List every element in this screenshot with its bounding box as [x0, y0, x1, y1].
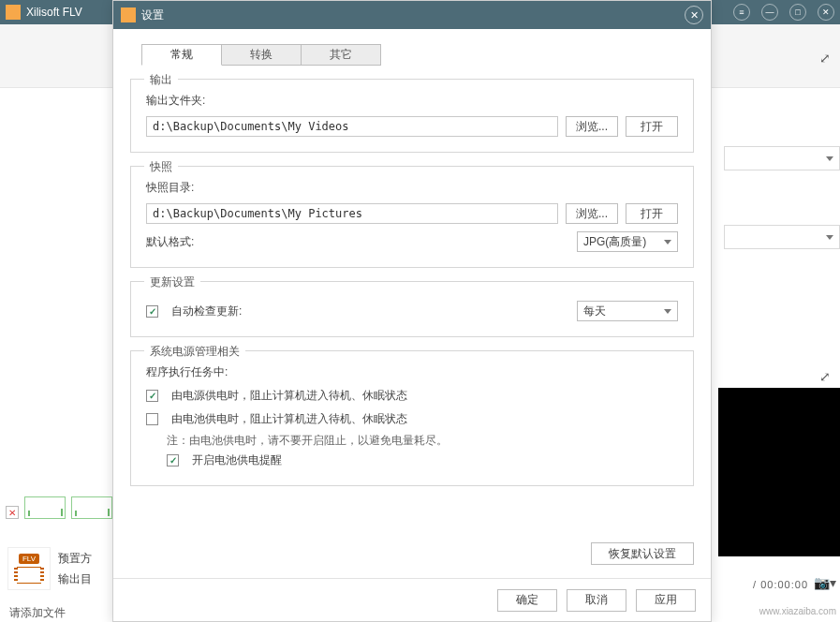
auto-check-checkbox[interactable] [146, 305, 158, 318]
tab-other[interactable]: 其它 [301, 44, 381, 66]
expand-icon[interactable]: ⤢ [819, 51, 831, 66]
camera-icon[interactable]: 📷▾ [814, 575, 836, 590]
auto-check-label: 自动检查更新: [171, 304, 242, 319]
dialog-close-button[interactable]: ✕ [685, 6, 703, 24]
cancel-button[interactable]: 取消 [567, 589, 626, 612]
restore-defaults-button[interactable]: 恢复默认设置 [591, 542, 694, 565]
tab-convert[interactable]: 转换 [221, 44, 302, 66]
tasks-label: 程序执行任务中: [146, 364, 228, 380]
ok-button[interactable]: 确定 [497, 589, 557, 612]
video-preview [718, 388, 840, 556]
expand-icon-2[interactable]: ⤢ [819, 369, 831, 384]
output-group: 输出 输出文件夹: d:\Backup\Documents\My Videos … [130, 79, 694, 153]
snapshot-format-select[interactable]: JPG(高质量) [577, 231, 678, 252]
preset-label: 预置方 [58, 548, 92, 569]
dialog-icon [121, 7, 136, 22]
prevent-sleep-battery-checkbox[interactable] [146, 413, 158, 425]
output-browse-button[interactable]: 浏览... [566, 116, 618, 137]
snapshot-open-button[interactable]: 打开 [626, 203, 678, 224]
power-group: 系统电源管理相关 程序执行任务中: 由电源供电时，阻止计算机进入待机、休眠状态 … [130, 350, 694, 486]
update-freq-select[interactable]: 每天 [577, 301, 678, 321]
snapshot-dir-input[interactable]: d:\Backup\Documents\My Pictures [146, 203, 558, 224]
prevent-sleep-plugged-label: 由电源供电时，阻止计算机进入待机、休眠状态 [171, 388, 407, 404]
watermark: www.xiazaiba.com [759, 606, 836, 616]
snapshot-legend: 快照 [144, 159, 178, 175]
snapshot-format-label: 默认格式: [146, 234, 212, 250]
thumb-1[interactable] [24, 496, 66, 519]
output-folder-input[interactable]: d:\Backup\Documents\My Videos [146, 116, 558, 137]
power-note: 注：由电池供电时，请不要开启阻止，以避免电量耗尽。 [167, 433, 678, 449]
prevent-sleep-plugged-checkbox[interactable] [146, 390, 158, 402]
thumb-2[interactable] [71, 496, 112, 519]
maximize-button[interactable]: □ [789, 4, 806, 21]
app-icon [6, 5, 21, 20]
minimize-button[interactable]: — [761, 4, 778, 21]
power-legend: 系统电源管理相关 [144, 344, 245, 360]
settings-dialog: 设置 ✕ 常规 转换 其它 输出 输出文件夹: d:\Backup\Docume… [112, 0, 712, 622]
update-group: 更新设置 自动检查更新: 每天 [130, 281, 694, 337]
output-folder-label: 输出文件夹: [146, 93, 212, 109]
settings-button[interactable]: ≡ [733, 4, 750, 21]
remove-thumb-button[interactable]: ✕ [6, 506, 19, 519]
output-open-button[interactable]: 打开 [626, 116, 678, 137]
output-legend: 输出 [144, 72, 178, 88]
flv-format-icon: FLV [7, 547, 51, 590]
battery-reminder-checkbox[interactable] [167, 454, 179, 466]
dialog-title: 设置 [141, 7, 685, 23]
apply-button[interactable]: 应用 [636, 589, 696, 612]
close-button[interactable]: ✕ [818, 4, 834, 21]
update-legend: 更新设置 [144, 274, 200, 290]
bg-select-2[interactable] [724, 225, 840, 249]
output-dir-label: 输出目 [58, 569, 92, 589]
battery-reminder-label: 开启电池供电提醒 [192, 452, 282, 468]
bg-select-1[interactable] [724, 146, 840, 170]
prevent-sleep-battery-label: 由电池供电时，阻止计算机进入待机、休眠状态 [171, 411, 407, 427]
snapshot-browse-button[interactable]: 浏览... [566, 203, 618, 224]
add-file-hint: 请添加文件 [9, 605, 66, 621]
time-readout: / 00:00:00 [753, 579, 808, 590]
tab-general[interactable]: 常规 [141, 44, 222, 66]
snapshot-dir-label: 快照目录: [146, 180, 212, 196]
snapshot-group: 快照 快照目录: d:\Backup\Documents\My Pictures… [130, 166, 694, 268]
